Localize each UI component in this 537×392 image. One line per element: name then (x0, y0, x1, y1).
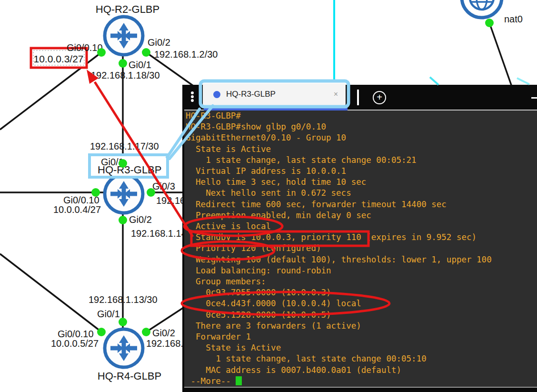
port-label: Gi0/0.10 (67, 42, 103, 53)
port-label: Gi0/0.10 (58, 329, 94, 339)
tab-close-icon[interactable]: × (334, 90, 338, 99)
node-hq-r3-glbp[interactable] (105, 175, 143, 213)
port-status-dot (119, 216, 127, 224)
port-label: Gi0/1 (129, 60, 151, 70)
terminal-line: Virtual IP address is 10.0.0.1 (184, 166, 537, 177)
menu-kebab-icon[interactable] (190, 90, 194, 105)
ip-label: 10.0.0.5/27 (51, 338, 99, 349)
terminal-line: There are 3 forwarders (1 active) (184, 321, 537, 332)
ip-label: 192.168.1.2/30 (154, 49, 218, 60)
terminal-line: 1 state change, last state change 00:05:… (184, 155, 537, 166)
node-hq-r4-glbp[interactable] (105, 329, 143, 367)
port-status-dot (147, 188, 155, 197)
port-status-dot (91, 188, 100, 197)
terminal-line: 0ce4.d43f.0000 (10.0.0.4) local (184, 298, 537, 309)
subnet-box-label: 10.0.0.3/27 (33, 53, 83, 64)
terminal-line: Active is local (184, 221, 537, 232)
port-status-dot (142, 48, 150, 57)
terminal-line: Redirect time 600 sec, forwarder timeout… (184, 199, 537, 210)
node-label-hq-r4-glbp: HQ-R4-GLBP (98, 370, 161, 382)
console-window: HQ-R3-GLBP × + HQ-R3-GLBP#HQ-R3-GLBP#sho… (182, 85, 537, 392)
node-internet-cloud[interactable] (462, 0, 502, 18)
port-label: Gi0/3 (152, 181, 175, 191)
gns3-workspace: 10.0.0.3/27 HQ-R2-GLBPGi0/0.10Gi0/2192.1… (0, 0, 537, 392)
tab-status-dot (213, 91, 220, 98)
terminal-line: GigabitEthernet0/0.10 - Group 10 (184, 132, 537, 143)
terminal-line: Priority 120 (configured) (184, 243, 537, 254)
new-tab-button[interactable]: + (373, 91, 386, 104)
port-label: Gi0/2 (148, 37, 170, 48)
terminal-line: Load balancing: round-robin (184, 265, 537, 276)
port-label: Gi0/2 (152, 328, 175, 338)
terminal-line: --More-- (184, 376, 537, 387)
port-status-dot (142, 328, 150, 336)
port-status-dot (119, 159, 127, 168)
ip-label: 192.16 (156, 195, 185, 206)
tab-separator (357, 90, 359, 105)
ip-label: 192.168.1.17/30 (90, 141, 159, 151)
console-output[interactable]: HQ-R3-GLBP#HQ-R3-GLBP#show glbp g0/0.10G… (184, 111, 537, 387)
terminal-line: 0c93.7955.0000 (10.0.0.3) (184, 287, 537, 298)
ip-label: 192.168.1.18/30 (91, 70, 160, 80)
terminal-line: Preemption enabled, min delay 0 sec (184, 210, 537, 221)
topology-link (489, 23, 513, 90)
terminal-line: MAC address is 0007.b400.0a01 (default) (184, 365, 537, 376)
console-footer (184, 388, 537, 392)
terminal-line: Group members: (184, 276, 537, 287)
terminal-line: State is Active (184, 144, 537, 155)
node-label-hq-r3-glbp: HQ-R3-GLBP (98, 164, 161, 176)
ip-label: 192.168. (146, 338, 183, 349)
terminal-line: Hello time 3 sec, hold time 10 sec (184, 177, 537, 188)
terminal-line: 1 state change, last state change 00:05:… (184, 353, 537, 364)
node-label-hq-r2-glbp: HQ-R2-GLBP (96, 3, 159, 15)
port-status-dot (119, 318, 127, 326)
node-label-nat0: nat0 (504, 14, 523, 24)
terminal-line: 0ce5.1528.0000 (10.0.0.5) (184, 310, 537, 321)
port-status-dot (97, 328, 106, 336)
port-status-dot (485, 19, 494, 27)
console-titlebar: HQ-R3-GLBP × + (184, 85, 537, 110)
ip-label: 192.168.1.13/30 (89, 294, 158, 305)
port-label: Gi0/1 (97, 309, 120, 319)
ip-label: 10.0.0.4/27 (53, 204, 101, 215)
ip-label: 192.168.1.14 (131, 228, 187, 239)
terminal-cursor (236, 376, 242, 385)
topology-link (0, 254, 103, 333)
console-tab-hq-r3-glbp[interactable]: HQ-R3-GLBP × (203, 83, 346, 105)
tab-active-underline (204, 107, 348, 111)
port-status-dot (119, 59, 127, 68)
port-label: Gi0/0.10 (63, 195, 99, 205)
minimize-button[interactable] (531, 97, 537, 99)
terminal-line: HQ-R3-GLBP#show glbp g0/0.10 (184, 121, 537, 132)
node-hq-r2-glbp[interactable] (105, 17, 143, 55)
port-label: Gi0/2 (129, 214, 152, 225)
terminal-line: Standby is 10.0.0.3, priority 110 (expir… (184, 232, 537, 243)
tab-title: HQ-R3-GLBP (226, 90, 334, 99)
port-status-dot (97, 48, 106, 57)
terminal-line: Weighting 100 (default 100), thresholds:… (184, 254, 537, 265)
terminal-line: State is Active (184, 342, 537, 353)
terminal-line: Forwarder 1 (184, 332, 537, 342)
terminal-line: Next hello sent in 0.672 secs (184, 188, 537, 199)
terminal-line: HQ-R3-GLBP# (184, 111, 537, 121)
